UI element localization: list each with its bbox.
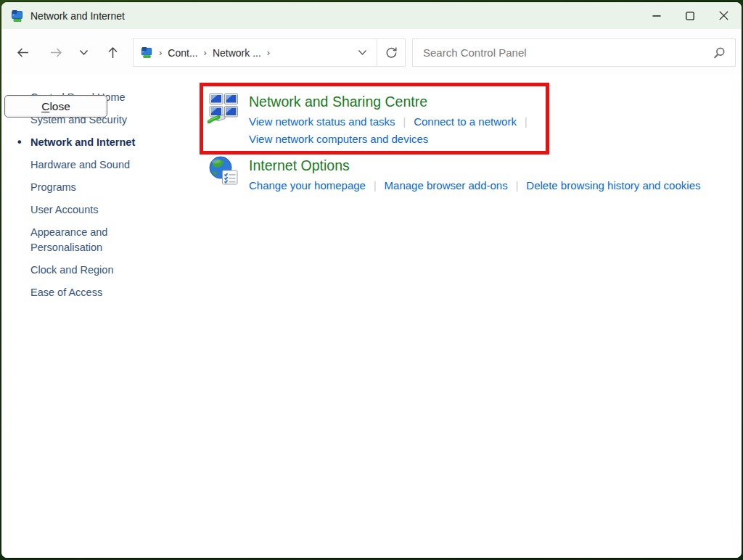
link-separator [366,179,385,192]
recent-pages-chevron-icon[interactable] [79,49,89,56]
window-controls [640,2,740,29]
sidebar-item-ease-of-access[interactable]: Ease of Access [30,285,155,300]
control-panel-window: Network and Internet [1,2,742,558]
link-separator [395,115,414,128]
close-button[interactable] [707,2,740,29]
link-separator [508,179,527,192]
breadcrumb-separator: › [204,47,207,58]
breadcrumb-item-network[interactable]: Network ... [213,47,261,59]
breadcrumb-location-icon [141,46,153,59]
refresh-icon [385,46,398,59]
search-input[interactable] [413,39,713,66]
network-sharing-centre-icon [208,91,239,123]
refresh-button[interactable] [377,38,406,67]
maximize-button[interactable] [673,2,707,29]
close-context-menu-item[interactable]: Close [4,95,107,118]
address-dropdown-chevron-icon[interactable] [358,49,367,56]
breadcrumb-item-control-panel[interactable]: Cont... [168,47,197,59]
close-menu-label: Close [41,100,70,113]
link-delete-history[interactable]: Delete browsing history and cookies [526,179,700,192]
back-arrow-icon[interactable] [16,46,30,59]
up-arrow-icon[interactable] [106,46,120,59]
close-icon [719,11,728,20]
network-window-icon [11,9,24,22]
link-view-network-computers[interactable]: View network computers and devices [249,133,428,145]
sidebar-item-programs[interactable]: Programs [30,180,155,195]
section-network-and-sharing-centre: Network and Sharing Centre View network … [208,91,535,148]
content-area: Control Panel Home System and Security N… [1,74,742,558]
section-internet-options: Internet Options Change your homepageMan… [208,155,700,194]
link-row: Change your homepageManage browser add-o… [249,177,700,194]
navigation-toolbar: › Cont... › Network ... › [1,29,742,74]
link-connect-to-network[interactable]: Connect to a network [414,115,517,128]
breadcrumb-separator: › [267,47,270,58]
section-text-column: Network and Sharing Centre View network … [249,91,535,148]
internet-options-title[interactable]: Internet Options [249,156,700,175]
link-row: View network status and tasksConnect to … [249,113,535,131]
sidebar-item-appearance-and-personalisation[interactable]: Appearance and Personalisation [30,225,126,255]
network-sharing-centre-title[interactable]: Network and Sharing Centre [249,92,535,111]
maximize-icon [686,12,694,20]
search-icon[interactable] [713,46,726,59]
link-change-homepage[interactable]: Change your homepage [249,179,366,192]
sidebar-item-user-accounts[interactable]: User Accounts [30,202,155,218]
section-text-column: Internet Options Change your homepageMan… [249,155,700,194]
search-box [412,38,736,67]
link-view-network-status[interactable]: View network status and tasks [249,115,395,128]
breadcrumb-separator: › [159,47,162,58]
link-row: View network computers and devices [249,131,535,148]
link-separator [517,115,535,128]
minimize-button[interactable] [640,2,673,29]
link-manage-addons[interactable]: Manage browser add-ons [385,179,508,192]
window-title: Network and Internet [30,10,125,22]
titlebar: Network and Internet [1,2,742,29]
minimize-icon [652,12,661,20]
sidebar-item-network-and-internet[interactable]: Network and Internet [30,135,155,150]
sidebar: Control Panel Home System and Security N… [30,90,155,308]
sidebar-item-hardware-and-sound[interactable]: Hardware and Sound [30,157,155,173]
breadcrumb: › Cont... › Network ... › [133,38,377,67]
forward-arrow-icon[interactable] [49,46,63,59]
internet-options-icon [208,155,239,187]
sidebar-item-clock-and-region[interactable]: Clock and Region [30,263,155,278]
